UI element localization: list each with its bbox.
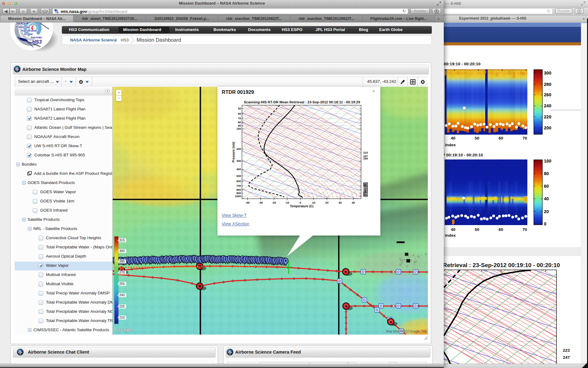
svg-text:259: 259: [363, 157, 368, 160]
svg-text:223: 223: [563, 348, 570, 353]
svg-text:900: 900: [236, 192, 241, 195]
svg-text:285: 285: [119, 259, 125, 263]
svg-text:Pressure (mb): Pressure (mb): [232, 142, 235, 162]
svg-text:240: 240: [544, 103, 551, 108]
svg-text:223: 223: [363, 151, 368, 154]
svg-text:90: 90: [238, 124, 241, 127]
svg-text:-30: -30: [259, 201, 263, 204]
svg-text:1000: 1000: [235, 195, 241, 198]
svg-text:Scanning-HIS RT-DR Mean Retrie: Scanning-HIS RT-DR Mean Retrieval : 23-S…: [244, 100, 360, 104]
svg-text:858: 858: [363, 194, 368, 197]
svg-text:270: 270: [119, 270, 125, 274]
svg-text:600: 600: [236, 180, 241, 183]
svg-text:700: 700: [236, 184, 241, 187]
svg-text:20: 20: [325, 201, 329, 204]
svg-text:240: 240: [119, 293, 125, 297]
svg-text:225: 225: [119, 305, 125, 308]
svg-text:280: 280: [544, 82, 551, 87]
svg-text:NASA: NASA: [17, 22, 28, 25]
svg-text:Map data ©2012 Google, Tele: Map data ©2012 Google, Tele: [386, 330, 427, 333]
svg-text:HS3: HS3: [32, 39, 42, 44]
svg-text:Retrieval : 23-Sep-2012 00:19:: Retrieval : 23-Sep-2012 00:19:10 - 00:20…: [444, 262, 560, 268]
svg-text:60: 60: [544, 184, 549, 189]
svg-text:100: 100: [544, 159, 551, 163]
svg-text:800: 800: [236, 188, 241, 191]
svg-text:300: 300: [236, 159, 241, 163]
svg-text:260: 260: [544, 92, 551, 97]
svg-text:HURRICANE: HURRICANE: [16, 25, 30, 29]
svg-text:80: 80: [238, 121, 241, 124]
svg-text:70: 70: [238, 117, 241, 120]
svg-text:200: 200: [236, 148, 241, 151]
svg-text:300: 300: [544, 71, 551, 75]
svg-text:STORM: STORM: [24, 32, 33, 36]
svg-text:0: 0: [300, 201, 301, 204]
svg-text:50: 50: [238, 107, 241, 110]
svg-text:400: 400: [236, 168, 241, 171]
svg-text:0: 0: [544, 221, 546, 226]
svg-text:60: 60: [238, 112, 241, 115]
svg-text:100: 100: [236, 127, 241, 130]
svg-text:80: 80: [544, 171, 549, 176]
svg-text:-20: -20: [272, 201, 276, 204]
svg-text:Temperature (C): Temperature (C): [290, 205, 314, 208]
svg-text:210: 210: [119, 316, 125, 319]
svg-text:-10: -10: [285, 201, 289, 204]
svg-text:40: 40: [544, 196, 549, 201]
svg-text:200: 200: [544, 125, 551, 130]
svg-text:300: 300: [119, 249, 125, 253]
svg-text:255: 255: [119, 282, 125, 286]
svg-text:30: 30: [338, 201, 342, 204]
svg-text:SENTINEL: SENTINEL: [31, 36, 43, 39]
svg-text:-40: -40: [245, 201, 250, 204]
svg-text:Google: Google: [115, 327, 133, 333]
svg-text:AND SEVERE: AND SEVERE: [21, 29, 37, 32]
svg-text:40: 40: [352, 201, 355, 204]
svg-text:315: 315: [119, 238, 125, 242]
svg-text:10: 10: [312, 201, 315, 204]
svg-text:220: 220: [544, 114, 551, 119]
svg-text:20: 20: [544, 209, 549, 214]
svg-text:500: 500: [236, 174, 241, 178]
svg-text:247: 247: [563, 355, 570, 360]
